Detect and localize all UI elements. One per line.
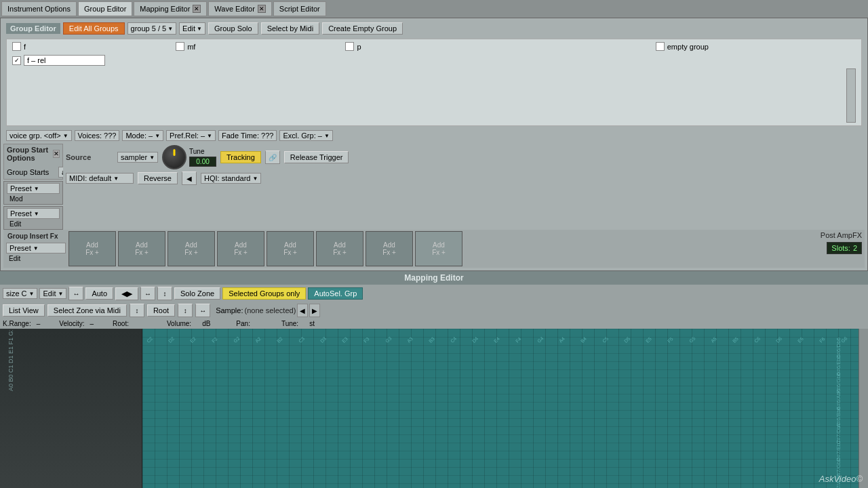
reverse-icon-btn[interactable]: ◀	[182, 171, 197, 185]
group-select[interactable]: group 5 / 5 ▼	[127, 22, 177, 35]
chevron-down-icon: ▼	[149, 155, 155, 161]
piano-keys: A0 B0 C1 D1 E1 F1 G1 A1 B1 C2 D2 E2 F2 G…	[0, 329, 142, 488]
preset1-value: Mod	[7, 195, 60, 203]
auto-button[interactable]: Auto	[85, 287, 113, 300]
close-group-start-options-icon[interactable]: ✕	[53, 150, 60, 158]
tracking-icon-btn[interactable]: 🔗	[265, 150, 280, 164]
chevron-down-icon: ▼	[252, 176, 258, 182]
tracking-button[interactable]: Tracking	[220, 151, 261, 163]
chevron-down-icon: ▼	[113, 176, 119, 182]
expand-left-right-btn[interactable]: ◀▶	[115, 287, 138, 300]
sample-nav-right-btn[interactable]: ▶	[309, 304, 320, 317]
edit-select[interactable]: Edit ▼	[179, 22, 205, 35]
checkbox-f-input[interactable]	[12, 42, 21, 51]
release-trigger-button[interactable]: Release Trigger	[284, 151, 349, 163]
checkbox-mf-input[interactable]	[176, 42, 184, 51]
fx-slot-1[interactable]: Add Fx +	[68, 231, 116, 266]
grid-scrollbar[interactable]	[859, 329, 868, 488]
scrollbar-v[interactable]	[846, 68, 856, 123]
preset2-select[interactable]: Preset ▼	[7, 208, 60, 219]
chevron-down-icon: ▼	[167, 26, 173, 32]
tune-knob[interactable]	[162, 145, 186, 169]
sample-label: Sample:	[216, 306, 243, 314]
edit-all-groups-button[interactable]: Edit All Groups	[63, 22, 125, 35]
group-insert-fx-section: Group Insert Fx Preset ▼ Edit Add Fx + A…	[3, 230, 865, 268]
selected-groups-button[interactable]: Selected Groups only	[222, 287, 306, 300]
group-starts-label: Group Starts	[7, 168, 54, 176]
chevron-down-icon: ▼	[33, 245, 39, 251]
k-range-label: K.Range:	[3, 320, 31, 327]
mapping-toolbar-1: size C ▼ Edit ▼ ↔ Auto ◀▶ ↔ ↕ Solo Zone …	[0, 285, 868, 302]
slots-display: Slots: 2	[827, 242, 862, 254]
resize-vert-btn[interactable]: ↕	[157, 287, 172, 300]
pref-rel-select[interactable]: Pref.Rel: – ▼	[166, 130, 216, 141]
main-content: Group Editor Edit All Groups group 5 / 5…	[0, 18, 868, 488]
group-start-options-section: Group Start Options ✕ Group Starts alway…	[3, 144, 63, 180]
select-zone-midi-button[interactable]: Select Zone via Midi	[47, 304, 127, 317]
fx-slot-2[interactable]: Add Fx +	[118, 231, 165, 266]
chevron-down-icon: ▼	[34, 186, 39, 192]
volume-unit: dB	[202, 320, 210, 327]
mapping-grid-area[interactable]: C2 D2 E2 F2 G2 A2 B2 C3 D3 E3 F3 G3	[142, 329, 859, 488]
voice-grp-select[interactable]: voice grp. <off> ▼	[6, 130, 72, 141]
root-button[interactable]: Root	[147, 304, 175, 317]
group-solo-button[interactable]: Group Solo	[208, 22, 258, 35]
horiz-resize3-btn[interactable]: ↔	[195, 304, 210, 317]
source-select[interactable]: sampler ▼	[117, 152, 158, 163]
checkbox-empty-group-input[interactable]	[656, 42, 665, 51]
fx-slot-8[interactable]: Add Fx +	[415, 231, 462, 266]
group-editor-header: Group Editor Edit All Groups group 5 / 5…	[3, 21, 865, 36]
vert-resize2-btn[interactable]: ↕	[178, 304, 193, 317]
sample-nav-left-btn[interactable]: ◀	[297, 304, 308, 317]
post-amp-fx-label: Post AmpFX	[821, 231, 862, 239]
fx-slot-5[interactable]: Add Fx +	[267, 231, 314, 266]
fx-slot-6[interactable]: Add Fx +	[316, 231, 363, 266]
reverse-button[interactable]: Reverse	[138, 172, 178, 184]
volume-status-label: Volume:	[167, 320, 191, 327]
status-bar: K.Range: – Velocity: – Root: Volume: dB …	[0, 319, 868, 329]
list-view-button[interactable]: List View	[3, 304, 45, 317]
close-mapping-editor-icon[interactable]: ✕	[193, 5, 201, 13]
vert-resize-btn[interactable]: ↕	[130, 304, 144, 317]
excl-grp-select[interactable]: Excl. Grp: – ▼	[279, 130, 332, 141]
tab-instrument-options[interactable]: Instrument Options	[1, 1, 77, 16]
chevron-down-icon: ▼	[155, 133, 160, 139]
hqi-select[interactable]: HQI: standard ▼	[201, 173, 261, 184]
checkbox-frel-input[interactable]: ✓	[12, 56, 21, 65]
midi-reverse-row: MIDI: default ▼ Reverse ◀ HQI: standard …	[66, 171, 862, 185]
tab-group-editor[interactable]: Group Editor	[78, 1, 132, 16]
tab-wave-editor[interactable]: Wave Editor ✕	[208, 1, 272, 16]
preset1-select[interactable]: Preset ▼	[7, 183, 60, 194]
chevron-down-icon: ▼	[58, 291, 63, 297]
midi-default-select[interactable]: MIDI: default ▼	[66, 173, 134, 184]
auto-sel-grp-button[interactable]: AutoSel. Grp	[308, 287, 363, 300]
close-wave-editor-icon[interactable]: ✕	[258, 5, 266, 13]
create-empty-group-button[interactable]: Create Empty Group	[322, 22, 403, 35]
size-select[interactable]: size C ▼	[3, 288, 37, 299]
pan-status-label: Pan:	[236, 320, 250, 327]
frel-text-input[interactable]: f – rel	[24, 55, 105, 66]
tab-mapping-editor[interactable]: Mapping Editor ✕	[134, 1, 207, 16]
preset2-value: Edit	[7, 220, 60, 228]
resize-horiz-btn[interactable]: ↔	[68, 287, 83, 300]
tune-status-label: Tune:	[281, 320, 298, 327]
mode-select[interactable]: Mode: – ▼	[122, 130, 163, 141]
select-by-midi-button[interactable]: Select by Midi	[261, 22, 319, 35]
source-row: Source sampler ▼ Tune 0.00 Tracking 🔗	[66, 145, 862, 169]
edit-select-mapping[interactable]: Edit ▼	[39, 288, 66, 299]
fx-preset-select[interactable]: Preset ▼	[6, 243, 66, 253]
resize-h2-btn[interactable]: ↔	[140, 287, 155, 300]
chevron-down-icon: ▼	[207, 133, 212, 139]
tab-script-editor[interactable]: Script Editor	[273, 1, 326, 16]
group-start-options-header: Group Start Options ✕	[7, 146, 60, 162]
fade-time-select[interactable]: Fade Time: ???	[218, 130, 277, 141]
voices-select[interactable]: Voices: ???	[75, 130, 120, 141]
checkbox-p-input[interactable]	[345, 42, 354, 51]
solo-zone-button[interactable]: Solo Zone	[174, 287, 220, 300]
tab-bar: Instrument Options Group Editor Mapping …	[0, 0, 868, 18]
mapping-editor-title: Mapping Editor	[0, 271, 868, 285]
tune-value-display: 0.00	[189, 157, 216, 167]
fx-slot-4[interactable]: Add Fx +	[217, 231, 264, 266]
fx-slot-3[interactable]: Add Fx +	[167, 231, 215, 266]
fx-slot-7[interactable]: Add Fx +	[366, 231, 413, 266]
